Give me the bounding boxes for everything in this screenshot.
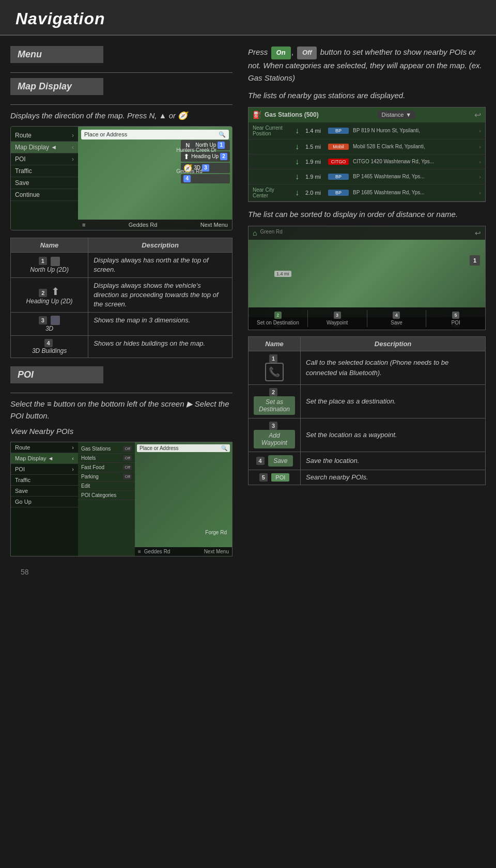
nav-menu-mapdisplay: Map Display ◄ ‹	[11, 142, 78, 153]
poi-searchbar: Place or Address 🔍	[137, 444, 230, 452]
name-cell-4: 4 3D Buildings	[11, 336, 88, 358]
right-desc-2: Set the place as a destination.	[301, 384, 486, 418]
off-button[interactable]: Off	[297, 47, 317, 59]
poi-cat-edit: Edit	[78, 482, 135, 491]
gas-back-icon[interactable]: ↩	[474, 110, 481, 120]
nav-bottom-bar: ≡ Geddes Rd Next Menu	[78, 220, 232, 230]
map-display-screenshot: Route › Map Display ◄ ‹ POI › Traffic	[10, 126, 233, 230]
distance-badge: 1.4 mi	[274, 271, 291, 277]
poi-menu-route: Route ›	[11, 442, 78, 453]
menu-section-heading: Menu	[10, 46, 103, 63]
save-btn[interactable]: 4 Save	[367, 310, 427, 327]
right-desc-4: Save the location.	[301, 452, 486, 470]
col-name: Name	[11, 238, 88, 252]
poi-action-btn[interactable]: 5 POI	[426, 310, 485, 327]
col-description: Description	[88, 238, 233, 252]
gas-row-current: Near Current Position ↓ 1.4 mi BP BP 819…	[249, 122, 485, 140]
3d-icon	[51, 316, 60, 325]
gas-logo-bp3: BP	[328, 190, 349, 196]
nav-menu-continue: Continue	[11, 189, 78, 201]
save-location-btn[interactable]: Save	[268, 455, 292, 467]
add-waypoint-btn[interactable]: Add Waypoint	[254, 430, 295, 448]
heading-icon: ⬆	[51, 286, 60, 297]
poi-cat-parking: Parking Off	[78, 472, 135, 482]
map-detail-map: 1.4 mi 1	[249, 240, 485, 317]
right-body-4: The list can be sorted to display in ord…	[248, 208, 486, 221]
table-row: 2 ⬆ Heading Up (2D) Displays always show…	[11, 277, 233, 313]
gas-row-4: ↓ 1.9 mi BP BP 1465 Washtenaw Rd, Yps...…	[249, 169, 485, 184]
desc-cell-4: Shows or hides buildings on the map.	[88, 336, 233, 358]
waypoint-btn[interactable]: 3 Waypoint	[308, 310, 367, 327]
map-detail-number: 1	[470, 255, 480, 266]
desc-cell-3: Shows the map in 3 dimensions.	[88, 313, 233, 336]
map-detail-back-icon[interactable]: ↩	[475, 229, 481, 237]
nav-road-labels: Hunters Creek Dr Geddes Rd	[176, 147, 216, 174]
poi-section: POI Select the ≡ button on the bottom le…	[10, 366, 233, 556]
poi-bottom-bar: ≡ Geddes Rd Next Menu	[135, 547, 232, 556]
page: Navigation Menu Map Display Displays the…	[0, 0, 496, 868]
right-col-desc: Description	[301, 336, 486, 351]
poi-screenshot: Route › Map Display ◄ ‹ POI ›	[10, 442, 233, 556]
poi-body2: View Nearby POIs	[10, 426, 233, 438]
page-number: 58	[10, 563, 233, 581]
poi-cat-hotels: Hotels Off	[78, 454, 135, 463]
right-icon-cell-2: 2 Set as Destination	[249, 384, 301, 418]
gas-logo-bp2: BP	[328, 174, 349, 180]
gas-row-city: Near City Center ↓ 2.0 mi BP BP 1685 Was…	[249, 184, 485, 202]
gas-logo-citgo: CITGO	[328, 159, 349, 165]
gas-row-3: ↓ 1.9 mi CITGO CITGO 1420 Washtenaw Rd, …	[249, 154, 485, 169]
nav-3d-buildings: 4	[181, 174, 230, 183]
poi-road-label: Forge Rd	[205, 530, 227, 535]
desc-cell-1: Displays always has north at the top of …	[88, 252, 233, 277]
set-as-destination-btn[interactable]: Set as Destination	[254, 396, 295, 415]
page-header: Navigation	[0, 0, 496, 36]
poi-menu-continue: Go Up	[11, 497, 78, 507]
right-icon-cell-1: 1 📞	[249, 351, 301, 384]
right-desc-table: Name Description 1 📞 Call to the selecte…	[248, 336, 486, 485]
gas-stations-screenshot: ⛽ Gas Stations (500) Distance ▼ ↩ Near C…	[248, 107, 486, 202]
right-table-row-1: 1 📞 Call to the selected location (Phone…	[249, 351, 486, 384]
right-table-row-5: 5 POI Search nearby POIs.	[249, 470, 486, 485]
nav-menu-panel: Route › Map Display ◄ ‹ POI › Traffic	[11, 127, 78, 230]
nav-searchbar: Place or Address 🔍	[81, 130, 229, 140]
poi-categories: Gas Stations Off Hotels Off Fast Food Of…	[78, 442, 135, 556]
nav-menu-save: Save	[11, 177, 78, 189]
3d-buildings-label: 3D Buildings	[16, 347, 83, 354]
poi-cat-food: Fast Food Off	[78, 463, 135, 472]
poi-body: Select the ≡ button on the bottom left o…	[10, 398, 233, 422]
right-desc-3: Set the location as a waypoint.	[301, 418, 486, 452]
name-cell-1: 1 North Up (2D)	[11, 252, 88, 277]
heading-up-label: Heading Up (2D)	[16, 298, 83, 305]
map-detail-header: ⌂ Green Rd ↩	[249, 226, 485, 240]
right-body-2: The lists of nearby gas stations are dis…	[248, 89, 486, 102]
right-icon-cell-5: 5 POI	[249, 470, 301, 485]
right-table-row-4: 4 Save Save the location.	[249, 452, 486, 470]
map-display-body: Displays the direction of the map. Press…	[10, 110, 233, 122]
gas-filter-dropdown[interactable]: Distance ▼	[378, 111, 416, 119]
gas-station-icon: ⛽	[253, 111, 261, 119]
poi-menu: Route › Map Display ◄ ‹ POI ›	[11, 442, 78, 556]
poi-heading: POI	[10, 366, 103, 383]
poi-map-area: Place or Address 🔍 Forge Rd ≡ Geddes Rd …	[135, 442, 232, 556]
poi-menu-save: Save	[11, 486, 78, 497]
map-detail-screenshot: ⌂ Green Rd ↩ BP 819 N Huron St, Ypsilant…	[248, 226, 486, 330]
phone-icon: 📞	[265, 363, 284, 381]
nav-menu-poi: POI ›	[11, 153, 78, 165]
table-row: 3 3D Shows the map in 3 dimensions.	[11, 313, 233, 336]
right-icon-cell-3: 3 Add Waypoint	[249, 418, 301, 452]
desc-cell-2: Displays always shows the vehicle's dire…	[88, 277, 233, 313]
gas-logo-mobil: Mobil	[328, 144, 349, 150]
on-button[interactable]: On	[271, 47, 291, 59]
map-display-table: Name Description 1 North Up (2D) Display…	[10, 238, 233, 359]
left-column: Menu Map Display Displays the direction …	[10, 46, 233, 581]
poi-cat-gas: Gas Stations Off	[78, 444, 135, 454]
poi-search-btn[interactable]: POI	[271, 473, 289, 482]
right-column: Press On, Off button to set whether to s…	[243, 46, 486, 581]
nav-map-area: Place or Address 🔍 N North Up 1 ⬆	[78, 127, 232, 230]
gas-logo-bp: BP	[328, 128, 349, 134]
poi-menu-poi: POI ›	[11, 464, 78, 475]
right-icon-cell-4: 4 Save	[249, 452, 301, 470]
right-body-1: Press On, Off button to set whether to s…	[248, 46, 486, 84]
gas-header: ⛽ Gas Stations (500) Distance ▼ ↩	[249, 107, 485, 122]
set-destination-btn[interactable]: 2 Set on Destination	[249, 310, 308, 327]
